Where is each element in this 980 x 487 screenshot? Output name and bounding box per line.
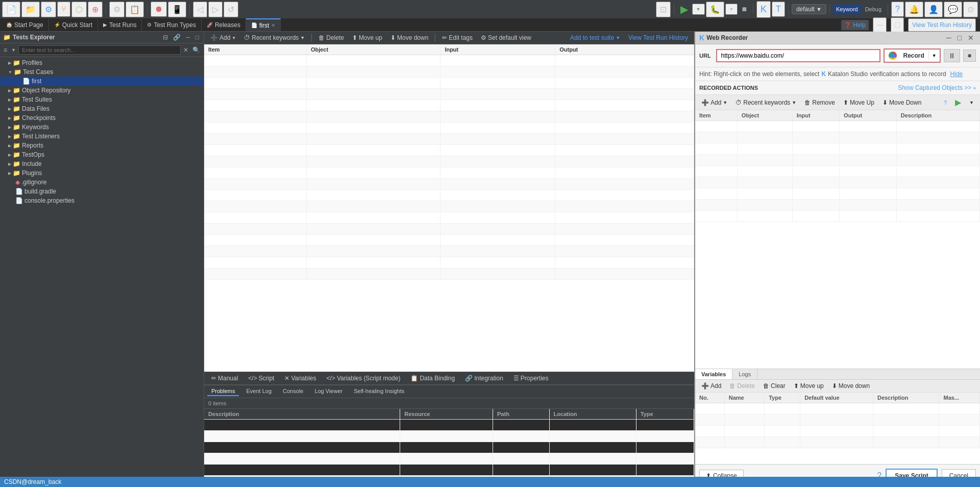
help-icon[interactable]: ? bbox=[891, 2, 904, 17]
search-dropdown-icon[interactable]: ▼ bbox=[10, 47, 17, 53]
prob-tab-event-log[interactable]: Event Log bbox=[242, 387, 276, 396]
run-button[interactable]: ▶ bbox=[677, 2, 691, 16]
prob-tab-problems[interactable]: Problems bbox=[207, 387, 239, 396]
stop-button[interactable]: ■ bbox=[739, 4, 750, 15]
tree-item-data-files[interactable]: ▶ 📁 Data Files bbox=[0, 104, 204, 113]
add-to-test-suite-btn[interactable]: Add to test suite ▼ bbox=[567, 33, 623, 42]
tab-test-runs[interactable]: ▶ Test Runs bbox=[98, 18, 142, 31]
user-icon[interactable]: 👤 bbox=[924, 2, 943, 17]
search-input[interactable] bbox=[18, 45, 181, 55]
git-icon[interactable]: ⑂ bbox=[57, 2, 70, 17]
tree-item-keywords[interactable]: ▶ 📁 Keywords bbox=[0, 123, 204, 132]
tab-integration[interactable]: 🔗 Integration bbox=[460, 373, 508, 383]
katalon-icon[interactable]: ⚙ bbox=[41, 2, 56, 17]
back-icon[interactable]: ◁ bbox=[193, 2, 207, 17]
plugin-icon[interactable]: ⬡ bbox=[71, 2, 87, 17]
console-icon[interactable]: ⊡ bbox=[656, 2, 671, 17]
tab-start-page[interactable]: 🏠 Start Page bbox=[1, 18, 49, 31]
record-web-icon[interactable]: ⏺ bbox=[151, 2, 167, 17]
tab-properties[interactable]: ☰ Properties bbox=[508, 373, 554, 383]
tab-releases[interactable]: 🚀 Releases bbox=[202, 18, 246, 31]
tree-item-plugins[interactable]: ▶ 📁 Plugins bbox=[0, 168, 204, 178]
tab-variables[interactable]: ✕ Variables bbox=[279, 373, 321, 383]
add-btn[interactable]: ➕ Add ▼ bbox=[207, 33, 239, 42]
katalon-icon2[interactable]: K bbox=[756, 1, 771, 18]
profile-dropdown[interactable]: default ▼ bbox=[792, 4, 826, 14]
settings-icon[interactable]: ⚙ bbox=[109, 2, 125, 17]
prob-tab-console[interactable]: Console bbox=[279, 387, 307, 396]
rec-move-up-btn[interactable]: ⬆ Move Up bbox=[840, 98, 877, 107]
set-default-view-btn[interactable]: ⚙ Set default view bbox=[478, 33, 534, 42]
forward-icon[interactable]: ▷ bbox=[208, 2, 223, 17]
tree-item-checkpoints[interactable]: ▶ 📁 Checkpoints bbox=[0, 113, 204, 123]
tree-item-profiles[interactable]: ▶ 📁 Profiles bbox=[0, 58, 204, 67]
move-down-btn[interactable]: ⬇ Move down bbox=[387, 33, 431, 42]
var-clear-btn[interactable]: 🗑 Clear bbox=[760, 381, 789, 391]
help-btn-tabs[interactable]: ❓ Help bbox=[841, 20, 869, 30]
recorder-maximize-btn[interactable]: □ bbox=[955, 34, 964, 42]
tab-data-binding[interactable]: 📋 Data Binding bbox=[405, 373, 460, 383]
record-mobile-icon[interactable]: 📱 bbox=[168, 2, 186, 17]
tree-item-build-gradle[interactable]: 📄 build.gradle bbox=[0, 187, 204, 196]
hide-link[interactable]: Hide bbox=[950, 70, 963, 78]
keyword-mode-btn[interactable]: Keyword bbox=[833, 5, 861, 14]
tab-close-first[interactable]: ✕ bbox=[271, 22, 275, 28]
debug-mode-btn[interactable]: Debug bbox=[862, 5, 885, 14]
debug-run-icon[interactable]: 🐛 bbox=[706, 2, 724, 17]
tab-script[interactable]: </> Script bbox=[243, 373, 279, 383]
maximize-window-icon[interactable]: □ bbox=[891, 17, 904, 33]
debug-run-dropdown[interactable]: ▼ bbox=[725, 4, 738, 15]
prob-tab-log-viewer[interactable]: Log Viewer bbox=[310, 387, 347, 396]
test-icon[interactable]: ⊕ bbox=[88, 2, 103, 17]
rec-run-btn[interactable]: ▶ bbox=[952, 96, 964, 108]
minimize-window-icon[interactable]: ─ bbox=[873, 17, 887, 33]
url-input[interactable] bbox=[716, 49, 881, 62]
clear-search-icon[interactable]: ✕ bbox=[182, 46, 190, 54]
tree-item-first[interactable]: 📄 first bbox=[0, 77, 204, 86]
edit-tags-btn[interactable]: ✏ Edit tags bbox=[439, 33, 476, 42]
record-button[interactable]: Record bbox=[899, 50, 928, 61]
tab-variables-script[interactable]: </> Variables (Script mode) bbox=[322, 373, 406, 383]
var-delete-btn[interactable]: 🗑 Delete bbox=[726, 381, 758, 391]
add-dropdown[interactable]: ➕ Add ▼ bbox=[207, 33, 239, 42]
schedule-icon[interactable]: 📋 bbox=[126, 2, 144, 17]
rec-help-btn[interactable]: ? bbox=[941, 99, 950, 107]
tab-manual[interactable]: ✏ Manual bbox=[206, 373, 243, 383]
var-move-down-btn[interactable]: ⬇ Move down bbox=[829, 381, 873, 391]
tree-item-object-repo[interactable]: ▶ 📁 Object Repository bbox=[0, 86, 204, 95]
vl-tab-logs[interactable]: Logs bbox=[732, 369, 757, 379]
rec-move-down-btn[interactable]: ⬇ Move Down bbox=[879, 98, 924, 107]
filter-icon[interactable]: ≡ bbox=[2, 46, 9, 54]
show-captured-objects-btn[interactable]: Show Captured Objects >> » bbox=[898, 84, 976, 91]
tree-item-include[interactable]: ▶ 📁 Include bbox=[0, 159, 204, 168]
maximize-panel-btn[interactable]: □ bbox=[194, 33, 201, 41]
record-dropdown-arrow[interactable]: ▼ bbox=[928, 51, 940, 60]
tree-item-test-suites[interactable]: ▶ 📁 Test Suites bbox=[0, 95, 204, 104]
collapse-all-btn[interactable]: ⊟ bbox=[161, 33, 169, 41]
tab-quick-start[interactable]: ⚡ Quick Start bbox=[49, 18, 98, 31]
tree-item-test-listeners[interactable]: ▶ 📁 Test Listeners bbox=[0, 132, 204, 141]
tree-item-test-cases[interactable]: ▼ 📁 Test Cases bbox=[0, 67, 204, 77]
tree-item-reports[interactable]: ▶ 📁 Reports bbox=[0, 141, 204, 150]
stop-record-button[interactable]: ■ bbox=[963, 50, 976, 62]
recorder-close-btn[interactable]: ✕ bbox=[966, 34, 976, 42]
var-move-up-btn[interactable]: ⬆ Move up bbox=[791, 381, 827, 391]
view-test-run-history-btn[interactable]: View Test Run History bbox=[908, 18, 976, 32]
pause-button[interactable]: ⏸ bbox=[944, 49, 960, 62]
new-file-icon[interactable]: 📄 bbox=[2, 2, 20, 17]
link-editor-btn[interactable]: 🔗 bbox=[172, 33, 182, 41]
var-add-btn[interactable]: ➕ Add bbox=[698, 381, 724, 391]
tab-test-run-types[interactable]: ⚙ Test Run Types bbox=[142, 18, 202, 31]
chat-icon[interactable]: 💬 bbox=[944, 2, 962, 17]
recorder-minimize-btn[interactable]: ─ bbox=[944, 34, 953, 42]
open-folder-icon[interactable]: 📁 bbox=[21, 2, 40, 17]
vl-tab-variables[interactable]: Variables bbox=[695, 369, 732, 379]
rec-add-btn[interactable]: ➕ Add ▼ bbox=[698, 98, 730, 107]
rec-remove-btn[interactable]: 🗑 Remove bbox=[801, 98, 838, 107]
delete-btn[interactable]: 🗑 Delete bbox=[315, 33, 347, 42]
prob-tab-self-healing[interactable]: Self-healing Insights bbox=[350, 387, 408, 396]
move-up-btn[interactable]: ⬆ Move up bbox=[349, 33, 385, 42]
account-icon[interactable]: ⊙ bbox=[963, 2, 978, 17]
recent-keywords-btn[interactable]: ⏱ Recent keywords ▼ bbox=[241, 33, 308, 42]
tab-first[interactable]: 📄 first ✕ bbox=[246, 18, 281, 31]
